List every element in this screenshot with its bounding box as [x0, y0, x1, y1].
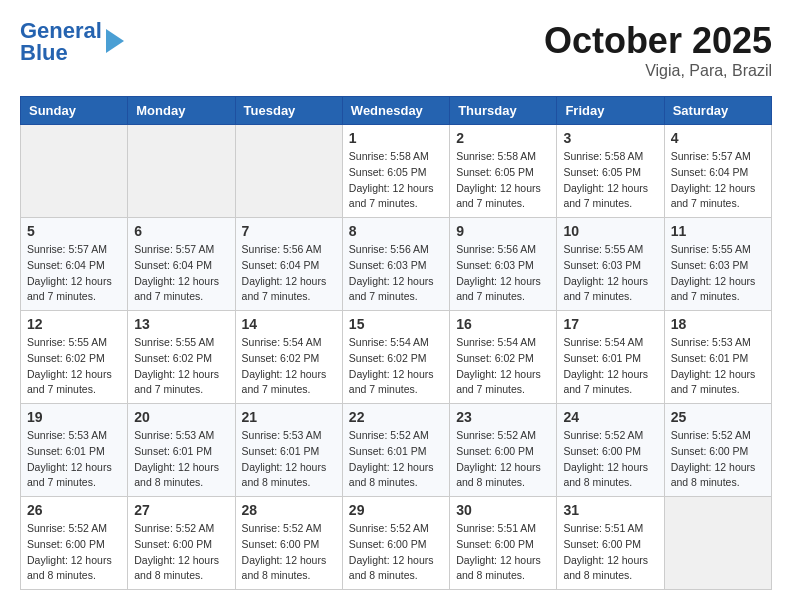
- day-number: 20: [134, 409, 228, 425]
- day-info: Sunrise: 5:54 AMSunset: 6:02 PMDaylight:…: [456, 335, 550, 398]
- calendar-day-cell: 6Sunrise: 5:57 AMSunset: 6:04 PMDaylight…: [128, 218, 235, 311]
- day-of-week-header: Tuesday: [235, 97, 342, 125]
- title-block: October 2025 Vigia, Para, Brazil: [544, 20, 772, 80]
- calendar-week-row: 19Sunrise: 5:53 AMSunset: 6:01 PMDayligh…: [21, 404, 772, 497]
- day-number: 13: [134, 316, 228, 332]
- day-number: 24: [563, 409, 657, 425]
- calendar-day-cell: 16Sunrise: 5:54 AMSunset: 6:02 PMDayligh…: [450, 311, 557, 404]
- calendar-day-cell: 28Sunrise: 5:52 AMSunset: 6:00 PMDayligh…: [235, 497, 342, 590]
- day-info: Sunrise: 5:55 AMSunset: 6:02 PMDaylight:…: [27, 335, 121, 398]
- calendar-day-cell: 8Sunrise: 5:56 AMSunset: 6:03 PMDaylight…: [342, 218, 449, 311]
- calendar-day-cell: [664, 497, 771, 590]
- day-info: Sunrise: 5:57 AMSunset: 6:04 PMDaylight:…: [27, 242, 121, 305]
- day-info: Sunrise: 5:55 AMSunset: 6:03 PMDaylight:…: [671, 242, 765, 305]
- calendar-day-cell: 15Sunrise: 5:54 AMSunset: 6:02 PMDayligh…: [342, 311, 449, 404]
- calendar-day-cell: 1Sunrise: 5:58 AMSunset: 6:05 PMDaylight…: [342, 125, 449, 218]
- month-title: October 2025: [544, 20, 772, 62]
- calendar-week-row: 12Sunrise: 5:55 AMSunset: 6:02 PMDayligh…: [21, 311, 772, 404]
- day-number: 28: [242, 502, 336, 518]
- day-info: Sunrise: 5:56 AMSunset: 6:03 PMDaylight:…: [456, 242, 550, 305]
- day-info: Sunrise: 5:53 AMSunset: 6:01 PMDaylight:…: [242, 428, 336, 491]
- calendar-day-cell: 24Sunrise: 5:52 AMSunset: 6:00 PMDayligh…: [557, 404, 664, 497]
- day-number: 1: [349, 130, 443, 146]
- day-number: 5: [27, 223, 121, 239]
- calendar-day-cell: 7Sunrise: 5:56 AMSunset: 6:04 PMDaylight…: [235, 218, 342, 311]
- day-number: 12: [27, 316, 121, 332]
- day-number: 4: [671, 130, 765, 146]
- day-info: Sunrise: 5:54 AMSunset: 6:02 PMDaylight:…: [349, 335, 443, 398]
- page-header: General Blue October 2025 Vigia, Para, B…: [20, 20, 772, 80]
- day-number: 6: [134, 223, 228, 239]
- calendar-day-cell: 23Sunrise: 5:52 AMSunset: 6:00 PMDayligh…: [450, 404, 557, 497]
- calendar-week-row: 26Sunrise: 5:52 AMSunset: 6:00 PMDayligh…: [21, 497, 772, 590]
- calendar-day-cell: 30Sunrise: 5:51 AMSunset: 6:00 PMDayligh…: [450, 497, 557, 590]
- day-number: 14: [242, 316, 336, 332]
- calendar-day-cell: 29Sunrise: 5:52 AMSunset: 6:00 PMDayligh…: [342, 497, 449, 590]
- day-number: 7: [242, 223, 336, 239]
- logo-text: General: [20, 20, 102, 42]
- calendar-day-cell: 18Sunrise: 5:53 AMSunset: 6:01 PMDayligh…: [664, 311, 771, 404]
- calendar-day-cell: 12Sunrise: 5:55 AMSunset: 6:02 PMDayligh…: [21, 311, 128, 404]
- day-number: 9: [456, 223, 550, 239]
- calendar-week-row: 1Sunrise: 5:58 AMSunset: 6:05 PMDaylight…: [21, 125, 772, 218]
- day-info: Sunrise: 5:52 AMSunset: 6:00 PMDaylight:…: [349, 521, 443, 584]
- day-info: Sunrise: 5:58 AMSunset: 6:05 PMDaylight:…: [456, 149, 550, 212]
- calendar-day-cell: 17Sunrise: 5:54 AMSunset: 6:01 PMDayligh…: [557, 311, 664, 404]
- calendar-day-cell: 9Sunrise: 5:56 AMSunset: 6:03 PMDaylight…: [450, 218, 557, 311]
- calendar-day-cell: 31Sunrise: 5:51 AMSunset: 6:00 PMDayligh…: [557, 497, 664, 590]
- day-number: 17: [563, 316, 657, 332]
- calendar-day-cell: [235, 125, 342, 218]
- day-info: Sunrise: 5:52 AMSunset: 6:00 PMDaylight:…: [456, 428, 550, 491]
- calendar-day-cell: 25Sunrise: 5:52 AMSunset: 6:00 PMDayligh…: [664, 404, 771, 497]
- day-of-week-header: Wednesday: [342, 97, 449, 125]
- calendar-day-cell: [128, 125, 235, 218]
- day-info: Sunrise: 5:57 AMSunset: 6:04 PMDaylight:…: [671, 149, 765, 212]
- calendar-day-cell: [21, 125, 128, 218]
- day-info: Sunrise: 5:53 AMSunset: 6:01 PMDaylight:…: [671, 335, 765, 398]
- day-number: 29: [349, 502, 443, 518]
- logo-text2: Blue: [20, 42, 102, 64]
- day-number: 11: [671, 223, 765, 239]
- day-number: 22: [349, 409, 443, 425]
- day-info: Sunrise: 5:56 AMSunset: 6:03 PMDaylight:…: [349, 242, 443, 305]
- day-info: Sunrise: 5:57 AMSunset: 6:04 PMDaylight:…: [134, 242, 228, 305]
- day-of-week-header: Thursday: [450, 97, 557, 125]
- calendar-day-cell: 27Sunrise: 5:52 AMSunset: 6:00 PMDayligh…: [128, 497, 235, 590]
- calendar-day-cell: 26Sunrise: 5:52 AMSunset: 6:00 PMDayligh…: [21, 497, 128, 590]
- calendar-week-row: 5Sunrise: 5:57 AMSunset: 6:04 PMDaylight…: [21, 218, 772, 311]
- day-info: Sunrise: 5:53 AMSunset: 6:01 PMDaylight:…: [27, 428, 121, 491]
- day-info: Sunrise: 5:52 AMSunset: 6:00 PMDaylight:…: [134, 521, 228, 584]
- calendar-day-cell: 5Sunrise: 5:57 AMSunset: 6:04 PMDaylight…: [21, 218, 128, 311]
- day-info: Sunrise: 5:55 AMSunset: 6:02 PMDaylight:…: [134, 335, 228, 398]
- day-number: 31: [563, 502, 657, 518]
- day-number: 3: [563, 130, 657, 146]
- day-number: 10: [563, 223, 657, 239]
- logo-arrow-icon: [106, 29, 124, 53]
- day-number: 23: [456, 409, 550, 425]
- day-number: 18: [671, 316, 765, 332]
- day-info: Sunrise: 5:55 AMSunset: 6:03 PMDaylight:…: [563, 242, 657, 305]
- calendar-day-cell: 11Sunrise: 5:55 AMSunset: 6:03 PMDayligh…: [664, 218, 771, 311]
- day-number: 21: [242, 409, 336, 425]
- day-info: Sunrise: 5:51 AMSunset: 6:00 PMDaylight:…: [563, 521, 657, 584]
- calendar-day-cell: 22Sunrise: 5:52 AMSunset: 6:01 PMDayligh…: [342, 404, 449, 497]
- calendar-day-cell: 14Sunrise: 5:54 AMSunset: 6:02 PMDayligh…: [235, 311, 342, 404]
- calendar-day-cell: 13Sunrise: 5:55 AMSunset: 6:02 PMDayligh…: [128, 311, 235, 404]
- day-of-week-header: Saturday: [664, 97, 771, 125]
- day-info: Sunrise: 5:52 AMSunset: 6:00 PMDaylight:…: [27, 521, 121, 584]
- day-number: 30: [456, 502, 550, 518]
- calendar-day-cell: 20Sunrise: 5:53 AMSunset: 6:01 PMDayligh…: [128, 404, 235, 497]
- day-number: 15: [349, 316, 443, 332]
- day-info: Sunrise: 5:51 AMSunset: 6:00 PMDaylight:…: [456, 521, 550, 584]
- calendar-day-cell: 21Sunrise: 5:53 AMSunset: 6:01 PMDayligh…: [235, 404, 342, 497]
- day-info: Sunrise: 5:56 AMSunset: 6:04 PMDaylight:…: [242, 242, 336, 305]
- calendar-day-cell: 4Sunrise: 5:57 AMSunset: 6:04 PMDaylight…: [664, 125, 771, 218]
- logo: General Blue: [20, 20, 124, 64]
- day-number: 2: [456, 130, 550, 146]
- day-of-week-header: Monday: [128, 97, 235, 125]
- day-number: 27: [134, 502, 228, 518]
- location-subtitle: Vigia, Para, Brazil: [544, 62, 772, 80]
- day-info: Sunrise: 5:52 AMSunset: 6:00 PMDaylight:…: [563, 428, 657, 491]
- calendar-day-cell: 3Sunrise: 5:58 AMSunset: 6:05 PMDaylight…: [557, 125, 664, 218]
- day-info: Sunrise: 5:53 AMSunset: 6:01 PMDaylight:…: [134, 428, 228, 491]
